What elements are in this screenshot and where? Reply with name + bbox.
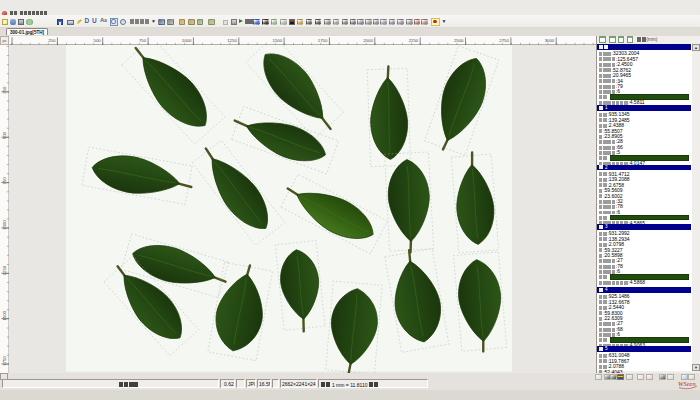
svg-text:1250: 1250 — [227, 37, 237, 42]
svg-text:1000: 1000 — [182, 37, 192, 42]
svg-text:750: 750 — [2, 176, 7, 184]
svg-text:1750: 1750 — [2, 355, 7, 365]
svg-text:1750: 1750 — [318, 37, 328, 42]
svg-text:2500: 2500 — [454, 37, 464, 42]
svg-text:2250: 2250 — [409, 37, 419, 42]
svg-text:1500: 1500 — [273, 37, 283, 42]
svg-text:1000: 1000 — [2, 219, 7, 229]
svg-text:500: 500 — [2, 131, 7, 139]
svg-text:WSeen: WSeen — [678, 380, 696, 387]
svg-text:2750: 2750 — [499, 37, 509, 42]
svg-text:1500: 1500 — [2, 310, 7, 320]
svg-text:2000: 2000 — [363, 37, 373, 42]
svg-text:250: 250 — [48, 37, 56, 42]
svg-text:1250: 1250 — [2, 265, 7, 275]
svg-text:250: 250 — [2, 86, 7, 94]
svg-text:750: 750 — [139, 37, 147, 42]
svg-text:3000: 3000 — [545, 37, 555, 42]
svg-text:500: 500 — [94, 37, 102, 42]
